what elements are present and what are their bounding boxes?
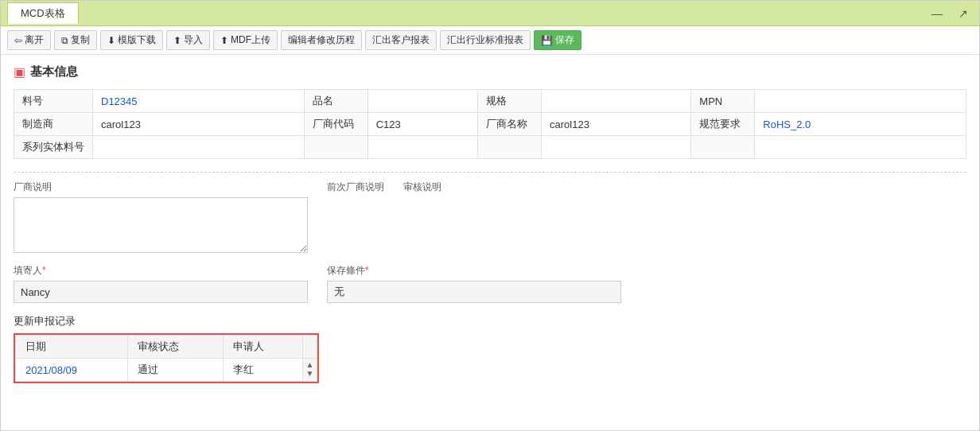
col-status: 审核状态	[127, 336, 223, 359]
save-cond-required: *	[365, 265, 369, 276]
toolbar: ⇦ 离开 ⧉ 复制 ⬇ 模版下载 ⬆ 导入 ⬆ MDF上传 编辑者修改历程 汇出…	[1, 26, 979, 55]
value-part-number: D12345	[93, 90, 305, 113]
record-applicant-0: 李红	[224, 359, 303, 382]
template-download-button[interactable]: ⬇ 模版下载	[100, 30, 163, 50]
label-part-number: 料号	[14, 90, 93, 113]
filler-label: 填寄人*	[14, 264, 308, 278]
records-table-wrapper: 日期 审核状态 申请人 2021/08/09 通过 李红	[14, 333, 319, 383]
label-standard-req: 规范要求	[691, 113, 755, 136]
value-manufacturer: carol123	[93, 113, 305, 136]
filler-input[interactable]	[14, 281, 308, 303]
records-header-row: 日期 审核状态 申请人	[16, 336, 317, 359]
scroll-up-arrow[interactable]: ▲	[306, 360, 314, 369]
rohs-link[interactable]: RoHS_2.0	[763, 118, 811, 130]
title-tab[interactable]: MCD表格	[7, 2, 79, 24]
info-row-2: 制造商 carol123 厂商代码 C123 厂商名称 carol123 规范要…	[14, 113, 966, 136]
info-row-1: 料号 D12345 品名 规格 MPN	[14, 90, 966, 113]
records-table: 日期 审核状态 申请人 2021/08/09 通过 李红	[15, 335, 317, 382]
import-icon: ⬆	[173, 35, 181, 46]
record-date-0: 2021/08/09	[16, 359, 128, 382]
section-title: 基本信息	[30, 64, 78, 80]
import-button[interactable]: ⬆ 导入	[166, 30, 210, 50]
vendor-note-label: 厂商说明	[14, 181, 308, 194]
mdf-icon: ⬆	[220, 35, 228, 46]
form-fields-row: 填寄人* 保存條件*	[14, 264, 966, 303]
title-bar: MCD表格 — ↗	[1, 1, 979, 26]
edit-history-button[interactable]: 编辑者修改历程	[281, 30, 362, 50]
value-empty3	[755, 136, 966, 159]
value-product-name	[368, 90, 477, 113]
section-header: ▣ 基本信息	[14, 64, 966, 80]
filler-required: *	[42, 265, 46, 276]
scroll-arrows: ▲ ▼	[303, 359, 317, 379]
review-note-group: 审核说明	[403, 181, 441, 253]
value-vendor-code: C123	[368, 113, 477, 136]
download-icon: ⬇	[107, 35, 115, 46]
main-window: MCD表格 — ↗ ⇦ 离开 ⧉ 复制 ⬇ 模版下载 ⬆ 导入 ⬆ MDF上传 …	[0, 0, 980, 431]
label-vendor-name: 厂商名称	[478, 113, 542, 136]
scroll-down-arrow[interactable]: ▼	[306, 369, 314, 378]
update-records-section: 更新申报记录 日期 审核状态 申请人 2021/08/09	[14, 314, 966, 386]
save-condition-input[interactable]	[327, 281, 621, 303]
value-vendor-name: carol123	[542, 113, 691, 136]
vendor-note-textarea[interactable]	[14, 197, 308, 253]
minimize-button[interactable]: —	[927, 6, 947, 21]
scroll-cell: ▲ ▼	[303, 359, 317, 382]
section-icon: ▣	[14, 64, 25, 80]
record-row-0: 2021/08/09 通过 李红 ▲ ▼	[16, 359, 317, 382]
scroll-header	[303, 336, 317, 359]
part-number-link[interactable]: D12345	[101, 95, 138, 107]
maximize-button[interactable]: ↗	[954, 6, 973, 21]
copy-button[interactable]: ⧉ 复制	[54, 30, 97, 50]
label-manufacturer: 制造商	[14, 113, 93, 136]
label-series-part: 系列实体料号	[14, 136, 93, 159]
review-note-label: 审核说明	[403, 181, 441, 194]
label-vendor-code: 厂商代码	[304, 113, 368, 136]
textarea-row: 厂商说明 前次厂商说明 审核说明	[14, 181, 966, 253]
export-industry-button[interactable]: 汇出行业标准报表	[440, 30, 531, 50]
label-empty2	[478, 136, 542, 159]
content-area: ▣ 基本信息 料号 D12345 品名 规格 MPN 制造商 carol123	[1, 55, 979, 430]
label-empty3	[691, 136, 755, 159]
value-series-part	[93, 136, 305, 159]
prev-vendor-note-group: 前次厂商说明	[327, 181, 384, 253]
value-empty1	[368, 136, 477, 159]
info-row-3: 系列实体料号	[14, 136, 966, 159]
update-records-title: 更新申报记录	[14, 314, 966, 328]
export-customer-button[interactable]: 汇出客户报表	[365, 30, 437, 50]
save-condition-group: 保存條件*	[327, 264, 621, 303]
label-mpn: MPN	[691, 90, 755, 113]
value-spec	[542, 90, 691, 113]
title-controls: — ↗	[927, 6, 973, 21]
save-button[interactable]: 💾 保存	[534, 30, 581, 50]
vendor-note-group: 厂商说明	[14, 181, 308, 253]
mdf-upload-button[interactable]: ⬆ MDF上传	[213, 30, 278, 50]
save-condition-label: 保存條件*	[327, 264, 621, 278]
value-standard-req: RoHS_2.0	[755, 113, 966, 136]
divider1	[14, 172, 966, 173]
info-table: 料号 D12345 品名 规格 MPN 制造商 carol123 厂商代码 C1…	[14, 89, 966, 159]
col-date: 日期	[16, 336, 128, 359]
label-product-name: 品名	[304, 90, 368, 113]
leave-button[interactable]: ⇦ 离开	[7, 30, 51, 50]
filler-group: 填寄人*	[14, 264, 308, 303]
leave-icon: ⇦	[14, 35, 22, 46]
label-empty1	[304, 136, 368, 159]
copy-icon: ⧉	[61, 35, 68, 46]
record-status-0: 通过	[127, 359, 223, 382]
value-empty2	[542, 136, 691, 159]
col-applicant: 申请人	[224, 336, 303, 359]
value-mpn	[755, 90, 966, 113]
prev-vendor-note-label: 前次厂商说明	[327, 181, 384, 194]
label-spec: 规格	[478, 90, 542, 113]
save-icon: 💾	[541, 35, 553, 46]
